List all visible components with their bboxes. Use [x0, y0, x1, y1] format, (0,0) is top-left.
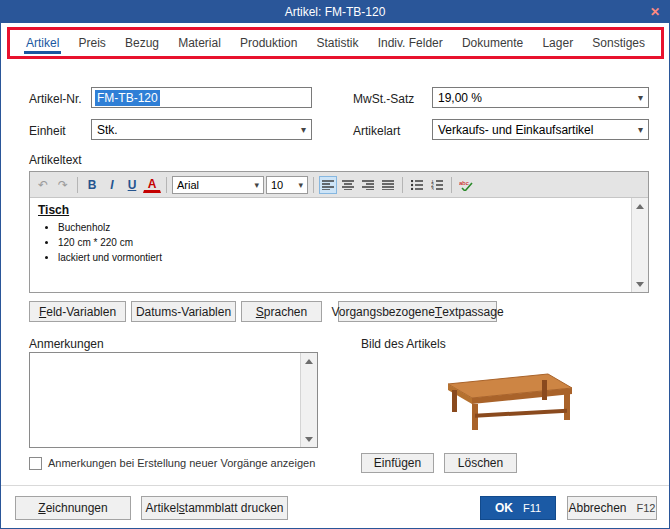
abbrechen-button[interactable]: Abbrechen F12: [567, 496, 657, 520]
tab-material[interactable]: Material: [170, 30, 229, 56]
align-justify-icon[interactable]: [379, 176, 397, 194]
underline-button[interactable]: U: [123, 176, 141, 194]
scroll-down-icon[interactable]: [632, 276, 648, 292]
artikeltext-heading: Tisch: [38, 203, 623, 217]
artikeltext-content[interactable]: Tisch Buchenholz 120 cm * 220 cm lackier…: [30, 198, 631, 292]
font-size-select[interactable]: 10 ▾: [266, 176, 308, 194]
anmerkungen-checkbox-label: Anmerkungen bei Erstellung neuer Vorgäng…: [48, 457, 315, 469]
artikel-nr-input[interactable]: FM-TB-120: [91, 87, 312, 108]
scroll-up-icon[interactable]: [632, 198, 648, 214]
toolbar-separator: [451, 177, 452, 193]
toolbar-separator: [166, 177, 167, 193]
undo-icon[interactable]: ↶: [34, 176, 52, 194]
bold-button[interactable]: B: [83, 176, 101, 194]
artikeltext-editor: ↶ ↷ B I U A Arial ▾ 10 ▾: [29, 171, 649, 293]
anmerkungen-textarea[interactable]: [29, 352, 318, 448]
bullet-item: Buchenholz: [58, 222, 623, 233]
toolbar-separator: [313, 177, 314, 193]
abbrechen-shortcut: F12: [637, 502, 656, 514]
bild-des-artikels-label: Bild des Artikels: [361, 337, 446, 351]
redo-icon[interactable]: ↷: [54, 176, 72, 194]
chevron-down-icon: ▾: [254, 180, 259, 190]
anmerkungen-checkbox[interactable]: [29, 457, 42, 470]
vorgangsbezogene-button[interactable]: Vorgangsbezogene Textpassage: [338, 301, 497, 322]
close-button[interactable]: ✕: [645, 3, 665, 20]
tab-bezug[interactable]: Bezug: [117, 30, 167, 56]
einfuegen-button[interactable]: Einfügen: [361, 453, 434, 473]
einheit-label: Einheit: [29, 124, 66, 138]
table-image: [430, 364, 580, 436]
artikelart-select[interactable]: Verkaufs- und Einkaufsartikel ▾: [432, 119, 649, 140]
artikel-dialog: Artikel: FM-TB-120 ✕ Artikel Preis Bezug…: [0, 0, 670, 529]
spellcheck-icon[interactable]: abc: [457, 176, 475, 194]
zeichnungen-button[interactable]: Zeichnungen: [15, 496, 131, 520]
feld-variablen-button[interactable]: Feld-Variablen: [29, 301, 126, 322]
mwst-satz-label: MwSt.-Satz: [353, 92, 414, 106]
rtf-toolbar: ↶ ↷ B I U A Arial ▾ 10 ▾: [30, 172, 648, 198]
toolbar-separator: [77, 177, 78, 193]
editor-scrollbar[interactable]: [631, 198, 648, 292]
font-name-value: Arial: [177, 179, 199, 191]
ok-label: OK: [495, 501, 513, 515]
numbered-list-icon[interactable]: 123: [428, 176, 446, 194]
tab-dokumente[interactable]: Dokumente: [454, 30, 531, 56]
chevron-down-icon: ▾: [638, 92, 643, 103]
toolbar-separator: [402, 177, 403, 193]
anmerkungen-label: Anmerkungen: [29, 337, 104, 351]
bullet-list-icon[interactable]: [408, 176, 426, 194]
font-size-value: 10: [271, 179, 283, 191]
einheit-value: Stk.: [97, 123, 118, 137]
mwst-satz-select[interactable]: 19,00 % ▾: [432, 87, 649, 108]
font-name-select[interactable]: Arial ▾: [172, 176, 264, 194]
italic-button[interactable]: I: [103, 176, 121, 194]
align-left-icon[interactable]: [319, 176, 337, 194]
ok-button[interactable]: OK F11: [480, 496, 556, 520]
artikel-nr-label: Artikel-Nr.: [29, 92, 82, 106]
artikeltext-label: Artikeltext: [29, 153, 82, 167]
svg-text:3: 3: [431, 186, 434, 190]
anmerkungen-value: [30, 353, 300, 447]
artikel-image: [361, 352, 649, 447]
chevron-down-icon: ▾: [301, 124, 306, 135]
bullet-item: 120 cm * 220 cm: [58, 237, 623, 248]
tab-preis[interactable]: Preis: [70, 30, 113, 56]
sprachen-button[interactable]: Sprachen: [241, 301, 322, 322]
tab-indiv-felder[interactable]: Indiv. Felder: [370, 30, 451, 56]
tab-lager[interactable]: Lager: [534, 30, 581, 56]
bullet-item: lackiert und vormontiert: [58, 252, 623, 263]
align-right-icon[interactable]: [359, 176, 377, 194]
scroll-up-icon[interactable]: [301, 353, 317, 369]
tab-statistik[interactable]: Statistik: [308, 30, 366, 56]
einheit-select[interactable]: Stk. ▾: [91, 119, 312, 140]
align-center-icon[interactable]: [339, 176, 357, 194]
tab-bar-annotation-highlight: Artikel Preis Bezug Material Produktion …: [7, 27, 664, 59]
footer-divider: [1, 485, 669, 486]
tab-produktion[interactable]: Produktion: [232, 30, 305, 56]
scroll-down-icon[interactable]: [301, 431, 317, 447]
tab-artikel[interactable]: Artikel: [18, 30, 67, 56]
window-title: Artikel: FM-TB-120: [285, 5, 386, 19]
stammblatt-button[interactable]: Artikelstammblatt drucken: [141, 496, 288, 520]
mwst-satz-value: 19,00 %: [438, 91, 482, 105]
artikelart-value: Verkaufs- und Einkaufsartikel: [438, 123, 593, 137]
artikelart-label: Artikelart: [353, 124, 400, 138]
chevron-down-icon: ▾: [298, 180, 303, 190]
titlebar: Artikel: FM-TB-120 ✕: [1, 1, 669, 23]
artikel-nr-value: FM-TB-120: [95, 90, 160, 106]
chevron-down-icon: ▾: [638, 124, 643, 135]
tab-sonstiges[interactable]: Sonstiges: [584, 30, 653, 56]
font-color-button[interactable]: A: [143, 177, 161, 193]
anmerkungen-scrollbar[interactable]: [300, 353, 317, 447]
artikeltext-bullet-list: Buchenholz 120 cm * 220 cm lackiert und …: [58, 222, 623, 263]
datums-variablen-button[interactable]: Datums-Variablen: [131, 301, 236, 322]
svg-text:abc: abc: [459, 180, 469, 186]
abbrechen-label: Abbrechen: [568, 501, 626, 515]
loeschen-button[interactable]: Löschen: [444, 453, 517, 473]
close-icon: ✕: [650, 5, 660, 19]
ok-shortcut: F11: [523, 502, 541, 514]
